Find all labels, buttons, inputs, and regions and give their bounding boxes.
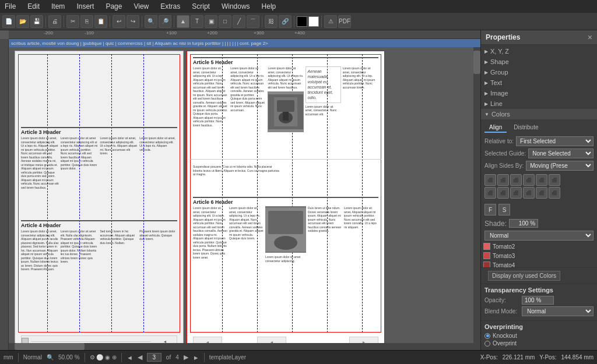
shade-input[interactable] [509,219,538,228]
align-right-button[interactable]: ⬛ [510,174,522,186]
x-pos-value: 226.121 mm [503,354,535,361]
distribute-tab[interactable]: Distribute [509,123,543,133]
relative-to-select[interactable]: First Selected Last Selected Page [516,136,594,146]
overprint-radio[interactable] [484,341,490,347]
page-next-button[interactable]: ▶ [184,354,188,361]
menu-view[interactable]: View [131,1,151,12]
display-only-button[interactable]: Display only used Colors [488,271,560,281]
undo-button[interactable]: ↩ [113,15,125,28]
color-item-tomato2[interactable]: Tomato2 [481,242,597,251]
align-btn-10[interactable]: ⬛ [523,187,535,199]
line-tool[interactable]: ╱ [233,15,245,28]
line-section[interactable]: ▶ Line [481,98,597,109]
blend-label: Blend Mode: [484,308,519,314]
image-tool[interactable]: ▣ [205,15,217,28]
foreground-color[interactable] [297,16,307,27]
align-center-v-button[interactable]: ⬛ [536,174,547,186]
align-top-button[interactable]: ⬛ [523,174,535,186]
selected-guide-select[interactable]: None Selected [528,149,594,158]
article3-col1: Lorem ipsum dolor sit amet, consectetur … [21,136,59,189]
article5-image [268,91,303,132]
knockout-radio[interactable] [484,333,490,339]
align-tab[interactable]: Align [484,123,507,133]
print-button[interactable]: 🖨 [48,15,61,28]
page-last-button[interactable]: ► [193,354,199,361]
text-section[interactable]: ▶ Text [481,77,597,88]
group-section[interactable]: ▶ Group [481,67,597,77]
background-color[interactable] [308,16,319,27]
menu-insert[interactable]: Insert [74,1,96,12]
article5-pullquote: Aenean malesuada, volutpat eu, accumsan … [305,66,341,103]
article6-header: Article 6 Header [193,197,378,205]
menu-edit[interactable]: Edit [25,1,42,12]
zoom-in-button[interactable]: 🔎 [159,15,171,28]
article6-col4: Duis lorem ut bibe ndum. Donec venenatis… [308,206,342,263]
align-btn-12[interactable]: ⬛ [549,187,560,199]
v-scrollbar-thumb[interactable] [473,51,480,74]
align-sides-select[interactable]: Moving (Prese [526,161,594,171]
menu-extras[interactable]: Extras [158,1,182,12]
menu-file[interactable]: File [2,1,18,12]
save-button[interactable]: 💾 [30,15,43,28]
menu-script[interactable]: Script [189,1,212,12]
toolbar-sep7 [294,16,294,27]
color-list[interactable]: Tomato2Tomato3Tomato4TurquoiseTurquoise1… [481,242,597,267]
image-section[interactable]: ▶ Image [481,88,597,98]
align-btn-8[interactable]: ⬛ [497,187,509,199]
h-scrollbar-thumb[interactable] [15,343,85,350]
normal-row: Normal [481,229,597,242]
new-button[interactable]: 📄 [2,15,15,28]
copy-button[interactable]: ⎘ [80,15,93,28]
stroke-color-btn[interactable]: S [498,204,510,215]
color-item-tomato4[interactable]: Tomato4 [481,260,597,267]
select-tool[interactable]: ▲ [177,15,189,28]
col-guide-4 [143,54,144,333]
color-item-tomato3[interactable]: Tomato3 [481,251,597,260]
bezier-tool[interactable]: ⌒ [247,15,259,28]
pdf-button[interactable]: PDF [338,15,351,28]
v-scrollbar[interactable] [473,39,480,350]
preflight-button[interactable]: ⚠ [324,15,337,28]
page-prev-button[interactable]: ◄ [127,354,133,361]
xyz-section[interactable]: ▶ X, Y, Z [481,46,597,56]
doc-canvas[interactable]: scribus article, mostlé von doung | |pub… [9,39,480,350]
menu-item[interactable]: Item [49,1,67,12]
align-btn-7[interactable]: ⬛ [484,187,496,199]
h-scrollbar[interactable] [9,343,473,350]
page-number-input[interactable] [147,353,161,362]
align-bottom-button[interactable]: ⬛ [549,174,560,186]
align-center-h-button[interactable]: ⬛ [497,174,509,186]
canvas-wrapper[interactable]: -200 -100 +100 +200 +300 +400 scribus ar… [0,30,480,350]
align-left-button[interactable]: ⬛ [484,174,496,186]
normal-select[interactable]: Normal [484,231,594,241]
shape-tool[interactable]: □ [219,15,231,28]
knockout-label: Knockout [493,333,517,339]
text-tool[interactable]: T [191,15,203,28]
align-btn-9[interactable]: ⬛ [510,187,522,199]
cut-button[interactable]: ✂ [66,15,79,28]
colors-section[interactable]: ▼ Colors [481,109,597,119]
page-first-button[interactable]: ◀ [138,354,142,361]
link-tool[interactable]: ⛓ [265,15,278,28]
shape-section[interactable]: ▶ Shape [481,56,597,67]
menu-help[interactable]: Help [259,1,279,12]
xyz-triangle: ▶ [484,49,488,54]
opacity-input[interactable] [522,296,554,305]
close-button[interactable]: × [588,33,592,42]
properties-header: Properties × [481,30,597,45]
zoom-out-button[interactable]: 🔍 [145,15,157,28]
blend-select[interactable]: Normal [522,306,594,316]
menu-windows[interactable]: Windows [219,1,252,12]
toolbar-sep2 [64,16,64,27]
align-btn-11[interactable]: ⬛ [536,187,547,199]
menu-page[interactable]: Page [103,1,124,12]
redo-button[interactable]: ↪ [127,15,139,28]
fill-color-btn[interactable]: F [484,204,496,215]
paste-button[interactable]: 📋 [94,15,107,28]
colors-triangle: ▼ [484,112,489,117]
open-button[interactable]: 📂 [16,15,29,28]
status-right: X-Pos: 226.121 mm Y-Pos: 144.854 mm [480,354,594,361]
unlink-tool[interactable]: 🔗 [279,15,292,28]
article5-header: Article 5 Header [193,57,378,65]
article4-header: Article 4 Header [21,220,177,228]
